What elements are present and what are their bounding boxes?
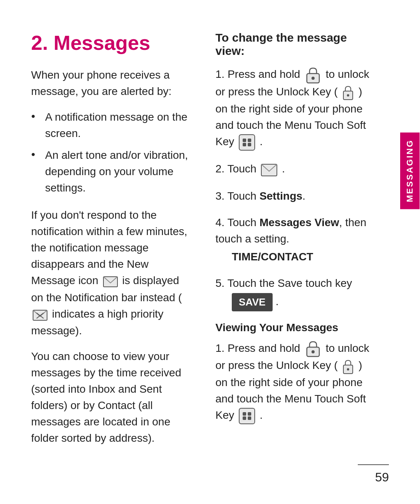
bullet-list: A notification message on the screen. An… — [31, 109, 192, 196]
section-title: 2. Messages — [31, 31, 192, 54]
svg-rect-22 — [248, 416, 251, 420]
menu-key-icon-step1 — [239, 133, 255, 151]
time-contact-badge: TIME/CONTACT — [215, 249, 376, 265]
unlock-key-icon-step1 — [342, 84, 354, 101]
list-item: An alert tone and/or vibration, dependin… — [31, 147, 192, 196]
unlock-key-icon-viewing — [342, 358, 354, 374]
intro-paragraph-1: When your phone receives a message, you … — [31, 67, 192, 100]
svg-rect-20 — [248, 412, 251, 416]
step-2: 2. Touch . — [215, 161, 376, 178]
svg-rect-9 — [243, 139, 246, 142]
step-1: 1. Press and hold to unlock or press the… — [215, 66, 376, 151]
lock-icon-viewing — [305, 340, 321, 358]
svg-rect-19 — [243, 412, 246, 416]
svg-point-15 — [312, 350, 315, 353]
change-view-heading: To change the message view: — [215, 31, 376, 58]
svg-rect-8 — [239, 135, 255, 150]
svg-point-5 — [312, 77, 315, 80]
footer-line — [358, 464, 389, 465]
step-5: 5. Touch the Save touch key SAVE . — [215, 275, 376, 311]
save-key-area: SAVE . — [215, 293, 376, 311]
sidebar-label: MESSAGING — [400, 132, 420, 209]
right-column: To change the message view: 1. Press and… — [215, 31, 376, 473]
svg-point-17 — [347, 368, 349, 371]
envelope-icon-step2 — [261, 162, 277, 178]
step-4-messages-view: Messages View — [259, 216, 339, 228]
svg-rect-12 — [248, 143, 251, 146]
step-4: 4. Touch Messages View, then touch a set… — [215, 214, 376, 265]
svg-point-7 — [347, 94, 349, 97]
list-item: A notification message on the screen. — [31, 109, 192, 142]
envelope-x-icon — [33, 306, 47, 323]
page-number: 59 — [375, 470, 389, 485]
intro-paragraph-2: If you don't respond to the notification… — [31, 207, 192, 339]
envelope-icon — [103, 273, 118, 290]
svg-rect-18 — [239, 408, 255, 424]
svg-rect-21 — [243, 416, 246, 420]
left-column: 2. Messages When your phone receives a m… — [31, 31, 192, 473]
viewing-step-1: 1. Press and hold to unlock or press the… — [215, 340, 376, 425]
step-1-number: 1. — [215, 68, 228, 80]
step-3: 3. Touch Settings. — [215, 188, 376, 204]
step-5-text: 5. Touch the Save touch key — [215, 277, 352, 289]
step-3-number: 3. Touch — [215, 190, 259, 202]
viewing-heading: Viewing Your Messages — [215, 321, 376, 334]
main-content: 2. Messages When your phone receives a m… — [0, 0, 400, 504]
page-container: 2. Messages When your phone receives a m… — [0, 0, 420, 504]
menu-key-icon-viewing — [239, 407, 255, 425]
svg-rect-11 — [243, 143, 246, 146]
lock-icon-step1 — [305, 66, 321, 84]
svg-rect-10 — [248, 139, 251, 142]
step-2-number: 2. — [215, 163, 228, 175]
step-3-settings: Settings — [259, 190, 302, 202]
sidebar-tab: MESSAGING — [400, 0, 420, 504]
intro-paragraph-3: You can choose to view your messages by … — [31, 348, 192, 446]
save-button-label: SAVE — [232, 293, 273, 311]
